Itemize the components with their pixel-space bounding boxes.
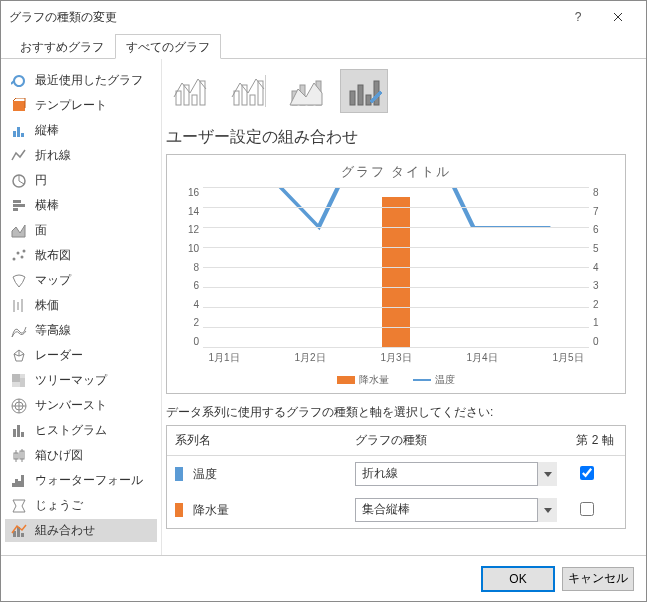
series-color-marker [175,503,183,517]
sidebar-item-1[interactable]: テンプレート [5,94,157,117]
sidebar-item-7[interactable]: 散布図 [5,244,157,267]
svg-rect-22 [12,382,20,387]
sidebar-item-18[interactable]: 組み合わせ [5,519,157,542]
svg-rect-20 [20,374,25,378]
sidebar-item-label: 組み合わせ [35,522,95,539]
sidebar-item-label: ウォーターフォール [35,472,143,489]
tab-bar: おすすめグラフ すべてのグラフ [1,33,646,59]
sidebar-item-2[interactable]: 縦棒 [5,119,157,142]
svg-rect-54 [350,91,355,105]
main-panel: ユーザー設定の組み合わせ グラフ タイトル 1614121086420 8765… [161,59,646,555]
svg-rect-0 [13,101,25,111]
chart-type-select[interactable]: 集合縦棒 [355,498,557,522]
sidebar-item-8[interactable]: マップ [5,269,157,292]
sidebar-item-17[interactable]: じょうご [5,494,157,517]
chart-type-icon [11,498,27,514]
chart-type-sidebar: 最近使用したグラフテンプレート縦棒折れ線円横棒面散布図マップ株価等高線レーダーツ… [1,59,161,555]
sidebar-item-label: 縦棒 [35,122,59,139]
y-axis-primary: 1614121086420 [181,187,203,347]
title-bar: グラフの種類の変更 ? [1,1,646,33]
sidebar-item-9[interactable]: 株価 [5,294,157,317]
svg-rect-2 [17,127,20,137]
chart-preview[interactable]: グラフ タイトル 1614121086420 876543210 1月1日1月2… [166,154,626,394]
sidebar-item-16[interactable]: ウォーターフォール [5,469,157,492]
chart-type-icon [11,298,27,314]
help-button[interactable]: ? [558,3,598,31]
close-button[interactable] [598,3,638,31]
chart-type-icon [11,348,27,364]
sidebar-item-4[interactable]: 円 [5,169,157,192]
combo-subtype-row [166,69,626,113]
series-name: 温度 [193,466,217,483]
legend-line-swatch [413,379,431,381]
sidebar-item-12[interactable]: ツリーマップ [5,369,157,392]
svg-rect-40 [21,533,24,537]
y-axis-secondary: 876543210 [589,187,611,347]
chart-type-icon [11,148,27,164]
chart-title: グラフ タイトル [181,163,611,181]
combo-subtype-2[interactable] [224,69,272,113]
svg-rect-47 [250,95,255,105]
header-chart-type: グラフの種類 [347,426,565,455]
series-name: 降水量 [193,502,229,519]
chart-type-icon [11,248,27,264]
chart-type-icon [11,373,27,389]
chart-legend: 降水量 温度 [181,373,611,387]
x-axis: 1月1日1月2日1月3日1月4日1月5日 [181,351,611,365]
sidebar-item-label: サンバースト [35,397,107,414]
tab-all-charts[interactable]: すべてのグラフ [115,34,221,59]
chart-type-icon [11,98,27,114]
svg-rect-55 [358,85,363,105]
sidebar-item-3[interactable]: 折れ線 [5,144,157,167]
chart-type-select[interactable]: 折れ線 [355,462,557,486]
svg-rect-28 [17,425,20,437]
chart-type-icon [11,198,27,214]
close-icon [613,12,623,22]
legend-bar-swatch [337,376,355,384]
sidebar-item-label: 箱ひげ図 [35,447,83,464]
sidebar-item-label: 横棒 [35,197,59,214]
header-secondary-axis: 第 2 軸 [565,426,625,455]
sidebar-item-label: ツリーマップ [35,372,107,389]
svg-rect-5 [13,200,21,203]
ok-button[interactable]: OK [482,567,554,591]
sidebar-item-10[interactable]: 等高線 [5,319,157,342]
header-series-name: 系列名 [167,426,347,455]
sidebar-item-13[interactable]: サンバースト [5,394,157,417]
sidebar-item-11[interactable]: レーダー [5,344,157,367]
sidebar-item-label: じょうご [35,497,83,514]
series-instruction: データ系列に使用するグラフの種類と軸を選択してください: [166,404,626,421]
sidebar-item-label: 等高線 [35,322,71,339]
chart-type-icon [11,173,27,189]
sidebar-item-6[interactable]: 面 [5,219,157,242]
combo-subtype-custom[interactable] [340,69,388,113]
svg-rect-3 [21,133,24,137]
secondary-axis-checkbox[interactable] [580,466,594,480]
chart-type-icon [11,448,27,464]
sidebar-item-15[interactable]: 箱ひげ図 [5,444,157,467]
svg-point-10 [21,255,24,258]
sidebar-item-0[interactable]: 最近使用したグラフ [5,69,157,92]
series-color-marker [175,467,183,481]
section-title: ユーザー設定の組み合わせ [166,127,626,148]
cancel-button[interactable]: キャンセル [562,567,634,591]
plot-area [203,187,589,347]
series-row: 温度折れ線 [167,456,625,492]
secondary-axis-checkbox[interactable] [580,502,594,516]
sidebar-item-label: 最近使用したグラフ [35,72,143,89]
chart-type-icon [11,123,27,139]
sidebar-item-label: レーダー [35,347,83,364]
combo-subtype-3[interactable] [282,69,330,113]
svg-rect-7 [13,208,18,211]
sidebar-item-label: マップ [35,272,71,289]
svg-rect-34 [12,483,15,487]
tab-recommended[interactable]: おすすめグラフ [9,34,115,59]
combo-subtype-1[interactable] [166,69,214,113]
sidebar-item-14[interactable]: ヒストグラム [5,419,157,442]
window-title: グラフの種類の変更 [9,9,558,26]
sidebar-item-5[interactable]: 横棒 [5,194,157,217]
chart-type-icon [11,523,27,539]
svg-rect-1 [13,131,16,137]
sidebar-item-label: ヒストグラム [35,422,107,439]
svg-rect-37 [21,475,24,487]
